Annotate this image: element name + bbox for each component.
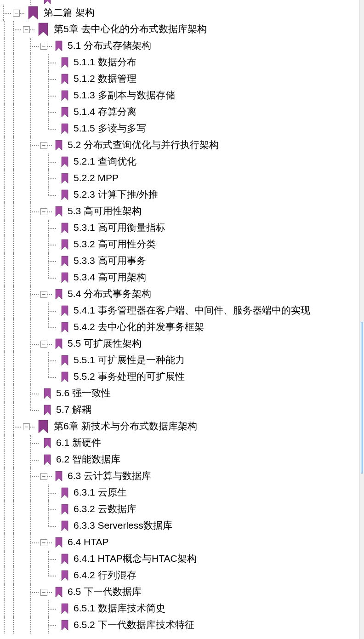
bookmark-icon bbox=[61, 553, 69, 565]
tree-node[interactable]: −6.3 云计算与数据库 bbox=[0, 468, 364, 485]
bookmark-icon bbox=[61, 603, 69, 614]
collapse-toggle[interactable]: − bbox=[40, 539, 47, 546]
tree-node[interactable]: 5.3.2 高可用性分类 bbox=[0, 236, 364, 253]
tree-node-label: 5.2 分布式查询优化与并行执行架构 bbox=[68, 138, 219, 151]
tree-node-label: 5.5.1 可扩展性是一种能力 bbox=[74, 354, 185, 366]
tree-node-label: 5.3 高可用性架构 bbox=[68, 205, 142, 217]
tree-node-label: 5.2.3 计算下推/外推 bbox=[74, 188, 158, 201]
collapse-toggle[interactable]: − bbox=[23, 423, 30, 430]
tree-node[interactable]: 5.1.3 多副本与数据存储 bbox=[0, 87, 364, 104]
bookmark-icon bbox=[61, 74, 69, 85]
tree-node[interactable]: 5.6 强一致性 bbox=[0, 385, 364, 402]
tree-node[interactable]: 5.1.1 数据分布 bbox=[0, 54, 364, 71]
tree-node-label: 5.4 分布式事务架构 bbox=[68, 287, 151, 300]
collapse-toggle[interactable]: − bbox=[40, 341, 47, 348]
tree-node-label: 第6章 新技术与分布式数据库架构 bbox=[54, 420, 197, 433]
tree-node[interactable]: 5.2.1 查询优化 bbox=[0, 154, 364, 170]
tree-node[interactable] bbox=[0, 0, 364, 5]
tree-node[interactable]: 6.4.2 行列混存 bbox=[0, 567, 364, 584]
tree-node[interactable]: 6.3.2 云数据库 bbox=[0, 501, 364, 518]
bookmark-icon bbox=[61, 355, 69, 366]
bookmark-icon bbox=[61, 156, 69, 167]
tree-node[interactable]: −5.2 分布式查询优化与并行执行架构 bbox=[0, 137, 364, 154]
bookmark-icon bbox=[61, 189, 69, 200]
tree-node-label: 5.2.1 查询优化 bbox=[74, 155, 136, 168]
collapse-toggle[interactable]: − bbox=[40, 208, 47, 215]
collapse-toggle[interactable]: − bbox=[40, 589, 47, 596]
tree-node[interactable]: 6.1 新硬件 bbox=[0, 435, 364, 451]
bookmark-icon bbox=[61, 107, 69, 118]
tree-node-label: 5.3.2 高可用性分类 bbox=[74, 238, 156, 251]
bookmark-icon bbox=[55, 338, 63, 349]
tree-node[interactable]: 5.1.5 多读与多写 bbox=[0, 120, 364, 137]
collapse-toggle[interactable]: − bbox=[40, 142, 47, 149]
tree-node[interactable]: 5.5.1 可扩展性是一种能力 bbox=[0, 352, 364, 369]
tree-node[interactable]: 5.7 解耦 bbox=[0, 402, 364, 418]
bookmark-icon bbox=[61, 90, 69, 101]
bookmark-icon bbox=[61, 570, 69, 581]
tree-node-label: 6.3.1 云原生 bbox=[74, 486, 127, 499]
tree-node[interactable]: 6.3.3 Serverless数据库 bbox=[0, 518, 364, 534]
scrollbar-thumb[interactable] bbox=[361, 322, 363, 474]
bookmark-tree: −第二篇 架构−第5章 去中心化的分布式数据库架构−5.1 分布式存储架构5.1… bbox=[0, 0, 364, 633]
tree-node-label: 5.1.4 存算分离 bbox=[74, 105, 136, 118]
tree-node[interactable]: −6.5 下一代数据库 bbox=[0, 584, 364, 600]
tree-node[interactable]: 6.3.1 云原生 bbox=[0, 485, 364, 501]
bookmark-icon bbox=[55, 40, 63, 51]
tree-node-label: 5.1.5 多读与多写 bbox=[74, 122, 146, 135]
tree-node[interactable]: −第二篇 架构 bbox=[0, 5, 364, 21]
tree-node-label: 5.3.4 高可用架构 bbox=[74, 271, 146, 284]
bookmark-icon bbox=[61, 239, 69, 250]
tree-node-label: 第二篇 架构 bbox=[44, 6, 95, 19]
tree-node-label: 5.3.3 高可用事务 bbox=[74, 254, 146, 267]
tree-node[interactable]: 5.4.1 事务管理器在客户端、中间件、服务器端中的实现 bbox=[0, 302, 364, 319]
bookmark-icon bbox=[55, 471, 63, 482]
bookmark-icon bbox=[55, 140, 63, 151]
tree-node-label: 5.4.1 事务管理器在客户端、中间件、服务器端中的实现 bbox=[74, 304, 310, 317]
tree-node-label: 6.5.2 下一代数据库技术特征 bbox=[74, 618, 194, 631]
tree-node[interactable]: 5.1.2 数据管理 bbox=[0, 71, 364, 87]
bookmark-icon bbox=[61, 223, 69, 234]
tree-node-label: 5.5 可扩展性架构 bbox=[68, 337, 142, 350]
tree-node[interactable]: 6.5.1 数据库技术简史 bbox=[0, 600, 364, 617]
tree-node-label: 5.5.2 事务处理的可扩展性 bbox=[74, 370, 185, 383]
bookmark-icon bbox=[27, 6, 39, 20]
bookmark-icon bbox=[55, 537, 63, 548]
tree-node[interactable]: 6.5.2 下一代数据库技术特征 bbox=[0, 617, 364, 633]
bookmark-icon bbox=[61, 504, 69, 515]
tree-node-label: 5.4.2 去中心化的并发事务框架 bbox=[74, 320, 204, 333]
tree-node[interactable]: 5.3.3 高可用事务 bbox=[0, 253, 364, 269]
tree-node[interactable]: 6.4.1 HTAP概念与HTAC架构 bbox=[0, 551, 364, 567]
collapse-toggle[interactable]: − bbox=[40, 291, 47, 298]
tree-node[interactable]: 5.5.2 事务处理的可扩展性 bbox=[0, 369, 364, 385]
tree-node[interactable]: 6.2 智能数据库 bbox=[0, 451, 364, 468]
tree-node-label: 6.2 智能数据库 bbox=[56, 453, 120, 466]
tree-node[interactable]: 5.1.4 存算分离 bbox=[0, 104, 364, 120]
collapse-toggle[interactable]: − bbox=[40, 43, 47, 50]
bookmark-icon bbox=[61, 256, 69, 267]
tree-node-label: 6.4.1 HTAP概念与HTAC架构 bbox=[74, 552, 197, 565]
tree-node[interactable]: −6.4 HTAP bbox=[0, 534, 364, 551]
tree-node[interactable]: 5.2.3 计算下推/外推 bbox=[0, 187, 364, 203]
tree-node-label: 5.7 解耦 bbox=[56, 403, 91, 416]
tree-node[interactable]: −5.5 可扩展性架构 bbox=[0, 336, 364, 352]
collapse-toggle[interactable]: − bbox=[13, 10, 20, 17]
collapse-toggle[interactable]: − bbox=[23, 26, 30, 33]
bookmark-icon bbox=[61, 520, 69, 531]
tree-node-label: 第5章 去中心化的分布式数据库架构 bbox=[54, 23, 207, 35]
vertical-scrollbar[interactable] bbox=[359, 0, 364, 639]
tree-node-label: 6.1 新硬件 bbox=[56, 436, 101, 449]
tree-node[interactable]: 5.3.1 高可用衡量指标 bbox=[0, 220, 364, 236]
tree-node[interactable]: −第5章 去中心化的分布式数据库架构 bbox=[0, 21, 364, 38]
tree-node[interactable]: 5.4.2 去中心化的并发事务框架 bbox=[0, 319, 364, 336]
tree-node-label: 5.1.3 多副本与数据存储 bbox=[74, 89, 175, 102]
bookmark-icon bbox=[61, 305, 69, 316]
tree-node[interactable]: −5.1 分布式存储架构 bbox=[0, 38, 364, 54]
tree-node[interactable]: 5.3.4 高可用架构 bbox=[0, 269, 364, 286]
tree-node[interactable]: −5.3 高可用性架构 bbox=[0, 203, 364, 220]
tree-node[interactable]: −第6章 新技术与分布式数据库架构 bbox=[0, 418, 364, 435]
collapse-toggle[interactable]: − bbox=[40, 473, 47, 480]
bookmark-icon bbox=[43, 405, 51, 416]
tree-node[interactable]: −5.4 分布式事务架构 bbox=[0, 286, 364, 302]
tree-node[interactable]: 5.2.2 MPP bbox=[0, 170, 364, 187]
